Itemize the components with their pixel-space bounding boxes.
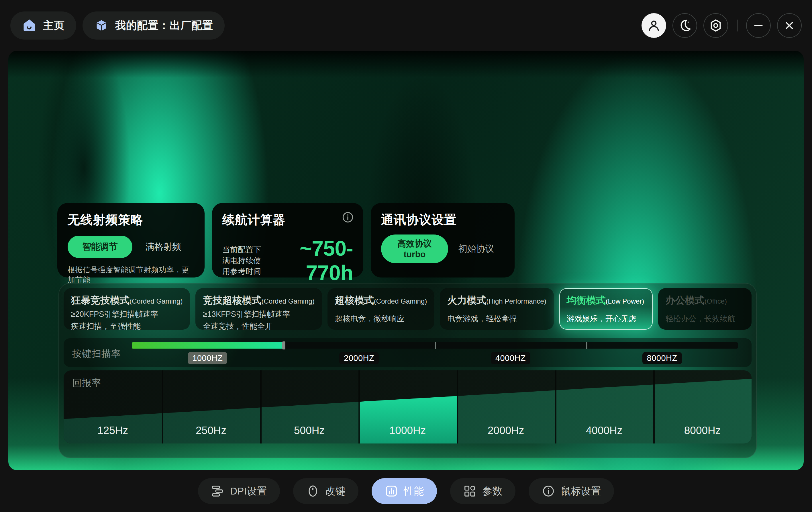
polling-rate-section: 回报率 125Hz 250Hz 500Hz 1000Hz 2000Hz 4000… (64, 370, 752, 444)
protocol-option-initial[interactable]: 初始协议 (448, 243, 504, 255)
cards-row: 无线射频策略 智能调节 满格射频 根据信号强度智能调节射频功率，更加节能 续航计… (57, 203, 515, 278)
mode-name: 超核模式 (335, 294, 374, 307)
battery-note: 当前配置下 满电持续使 用参考时间 (222, 244, 261, 277)
scan-rate-option-1000hz[interactable]: 1000HZ (188, 352, 227, 364)
mode-name: 办公模式 (666, 294, 704, 307)
battery-note-line: 满电持续使 (222, 255, 261, 266)
mode-tag: (Corded Gaming) (129, 297, 182, 305)
protocol-card: 通讯协议设置 高效协议 turbo 初始协议 (371, 203, 515, 278)
mode-tag: (Corded Gaming) (261, 297, 314, 305)
mode-name: 竞技超核模式 (203, 294, 261, 307)
mode-card-firepower[interactable]: 火力模式 (High Performance) 电竞游戏，轻松拿捏 (440, 288, 554, 330)
mode-name: 均衡模式 (567, 294, 606, 307)
rf-strategy-toggle: 智能调节 满格射频 (68, 236, 194, 258)
bottom-nav: DPI设置 改键 性能 参数 鼠标设置 (0, 470, 812, 512)
home-button[interactable]: 主页 (10, 11, 76, 39)
mode-tag: (Office) (704, 297, 727, 305)
mode-desc: 轻松办公，长效续航 (666, 314, 744, 324)
nav-label: DPI设置 (230, 484, 267, 498)
key-scan-rate-label: 按键扫描率 (72, 347, 121, 360)
dpi-icon (211, 484, 224, 498)
scan-rate-slider-fill (132, 342, 283, 349)
battery-info-icon[interactable] (342, 211, 354, 224)
battery-title: 续航计算器 (222, 211, 353, 228)
rf-strategy-description: 根据信号强度智能调节射频功率，更加节能 (68, 265, 194, 285)
info-icon (542, 484, 555, 498)
rf-option-smart[interactable]: 智能调节 (68, 236, 133, 258)
home-icon (22, 18, 37, 33)
scan-rate-option-8000hz[interactable]: 8000HZ (642, 352, 682, 364)
mode-selector: 狂暴竞技模式 (Corded Gaming) ≥20KFPS引擎扫描帧速率 疾速… (64, 288, 752, 330)
minimize-button[interactable] (746, 13, 771, 38)
mode-card-balanced[interactable]: 均衡模式 (Low Power) 游戏娱乐，开心无虑 (559, 288, 653, 330)
protocol-title: 通讯协议设置 (381, 211, 504, 228)
nav-label: 鼠标设置 (561, 484, 601, 498)
rf-option-full[interactable]: 满格射频 (133, 241, 194, 253)
config-label: 我的配置：出厂配置 (115, 18, 213, 33)
gear-icon (708, 18, 723, 33)
polling-option-250hz[interactable]: 250Hz (162, 425, 260, 436)
battery-calculator-card: 续航计算器 当前配置下 满电持续使 用参考时间 ~750-770h (212, 203, 363, 278)
nav-label: 参数 (482, 484, 502, 498)
user-avatar-button[interactable] (641, 13, 666, 38)
mode-name: 火力模式 (447, 294, 486, 307)
performance-panel: 狂暴竞技模式 (Corded Gaming) ≥20KFPS引擎扫描帧速率 疾速… (58, 283, 757, 458)
nav-parameters[interactable]: 参数 (450, 478, 516, 504)
scan-rate-tick (435, 342, 436, 349)
mode-desc: 游戏娱乐，开心无虑 (567, 314, 645, 324)
polling-option-8000hz[interactable]: 8000Hz (653, 425, 752, 436)
nav-label: 性能 (404, 484, 424, 498)
moon-icon (677, 18, 692, 33)
theme-toggle-button[interactable] (672, 13, 697, 38)
mode-spec: ≥20KFPS引擎扫描帧速率 (71, 309, 182, 319)
protocol-option-turbo-sub: turbo (404, 249, 426, 259)
grid-icon (463, 484, 476, 498)
protocol-option-turbo[interactable]: 高效协议 turbo (381, 234, 448, 263)
polling-option-4000hz[interactable]: 4000Hz (555, 425, 653, 436)
polling-rate-label: 回报率 (72, 377, 102, 390)
rf-strategy-card: 无线射频策略 智能调节 满格射频 根据信号强度智能调节射频功率，更加节能 (57, 203, 205, 278)
polling-option-500hz[interactable]: 500Hz (260, 425, 358, 436)
mode-desc: 电竞游戏，轻松拿捏 (447, 314, 546, 324)
scan-rate-tick (586, 342, 587, 349)
battery-note-line: 用参考时间 (222, 266, 261, 277)
nav-performance[interactable]: 性能 (372, 478, 437, 504)
scan-rate-slider-handle[interactable] (282, 341, 285, 349)
window-controls-divider (737, 20, 737, 31)
mode-card-corded-extreme[interactable]: 狂暴竞技模式 (Corded Gaming) ≥20KFPS引擎扫描帧速率 疾速… (64, 288, 190, 330)
nav-label: 改键 (325, 484, 345, 498)
mode-card-office[interactable]: 办公模式 (Office) 轻松办公，长效续航 (658, 288, 752, 330)
polling-rate-options: 125Hz 250Hz 500Hz 1000Hz 2000Hz 4000Hz 8… (64, 425, 752, 436)
mode-tag: (High Performance) (486, 297, 546, 305)
protocol-option-turbo-label: 高效协议 (398, 238, 432, 249)
nav-mouse-settings[interactable]: 鼠标设置 (529, 478, 614, 504)
settings-button[interactable] (703, 13, 728, 38)
polling-option-1000hz[interactable]: 1000Hz (358, 425, 457, 436)
battery-value: ~750-770h (261, 236, 353, 285)
cube-icon (94, 18, 109, 33)
scan-rate-option-4000hz[interactable]: 4000HZ (491, 352, 530, 364)
scan-rate-slider-track[interactable] (132, 342, 738, 349)
polling-option-2000hz[interactable]: 2000Hz (457, 425, 555, 436)
battery-body: 当前配置下 满电持续使 用参考时间 ~750-770h (222, 236, 353, 285)
user-icon (646, 18, 661, 33)
key-scan-rate-section: 按键扫描率 1000HZ 2000HZ 4000HZ 8000HZ (64, 338, 752, 367)
performance-page: 无线射频策略 智能调节 满格射频 根据信号强度智能调节射频功率，更加节能 续航计… (8, 51, 804, 470)
mode-name: 狂暴竞技模式 (71, 294, 129, 307)
battery-note-line: 当前配置下 (222, 244, 261, 255)
mode-card-supercore[interactable]: 超核模式 (Corded Gaming) 超核电竞，微秒响应 (327, 288, 434, 330)
window-controls (641, 13, 802, 38)
scan-rate-option-2000hz[interactable]: 2000HZ (339, 352, 379, 364)
mode-card-corded-supercore[interactable]: 竞技超核模式 (Corded Gaming) ≥13KFPS引擎扫描帧速率 全速… (195, 288, 322, 330)
topbar-left: 主页 我的配置：出厂配置 (10, 11, 225, 39)
mode-spec: ≥13KFPS引擎扫描帧速率 (203, 309, 314, 319)
scan-rate-options: 1000HZ 2000HZ 4000HZ 8000HZ (132, 352, 738, 364)
nav-key-remap[interactable]: 改键 (293, 478, 358, 504)
mouse-icon (306, 484, 319, 498)
config-button[interactable]: 我的配置：出厂配置 (83, 11, 225, 39)
polling-option-125hz[interactable]: 125Hz (64, 425, 162, 436)
performance-chart-icon (385, 484, 398, 498)
nav-dpi-settings[interactable]: DPI设置 (198, 478, 280, 504)
title-bar: 主页 我的配置：出厂配置 (0, 0, 812, 51)
close-button[interactable] (777, 13, 802, 38)
